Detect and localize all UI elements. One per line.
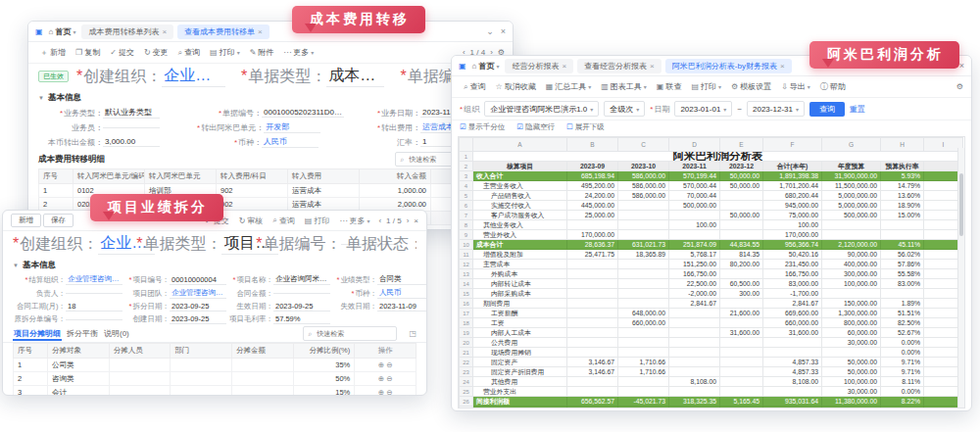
sheet-cell[interactable]: 935,031.64	[763, 397, 822, 407]
sheet-cell[interactable]: 83,000.00	[763, 279, 822, 289]
sheet-cell[interactable]	[618, 230, 669, 240]
sheet-cell[interactable]: 166,750.00	[669, 269, 720, 279]
sheet-cell[interactable]	[567, 299, 618, 309]
col-letter[interactable]: F	[763, 138, 822, 152]
col-letter[interactable]: B	[567, 138, 618, 152]
sheet-cell[interactable]: 50,000.00	[822, 358, 881, 367]
project-action-new[interactable]: 新增	[11, 214, 41, 227]
sheet-cell[interactable]	[567, 220, 618, 230]
amoeba-tool-unfavorite[interactable]: ☆取消收藏	[491, 79, 539, 94]
sheet-cell[interactable]: 166,750.00	[763, 269, 822, 279]
sheet-cell[interactable]: 60,000.00	[822, 328, 881, 338]
sheet-cell[interactable]: 14.79%	[881, 181, 924, 191]
sheet-cell[interactable]: 669,600.00	[763, 309, 822, 318]
sheet-cell[interactable]	[618, 211, 669, 220]
sheet-cell[interactable]	[720, 358, 763, 367]
col-letter[interactable]: E	[720, 138, 763, 152]
account-item[interactable]: 公共费用	[473, 338, 567, 348]
field-value[interactable]: 2023-09-25	[273, 302, 330, 312]
sheet-cell[interactable]	[567, 387, 618, 397]
sheet-cell[interactable]: -45,021.73	[618, 397, 669, 407]
sheet-cell[interactable]: 660,000.00	[763, 318, 822, 328]
sheet-cell[interactable]: 945,000.00	[763, 201, 822, 211]
sheet-cell[interactable]: 8.22%	[881, 397, 924, 407]
sheet-cell[interactable]	[822, 230, 881, 240]
field-value[interactable]: 人民币	[377, 288, 427, 299]
sheet-cell[interactable]	[822, 289, 881, 299]
field-value[interactable]: 18	[66, 302, 122, 312]
sheet-cell[interactable]	[618, 201, 669, 211]
table-row[interactable]: 3会计15%⊕ ⊖	[14, 386, 416, 397]
sheet-cell[interactable]: 50,000.00	[720, 171, 763, 181]
amoeba-tool-help[interactable]: ⓘ帮助	[816, 79, 850, 94]
field-value[interactable]: 00010000004	[170, 275, 226, 285]
sheet-cell[interactable]	[618, 299, 669, 309]
vertical-scrollbar[interactable]	[957, 148, 964, 408]
sheet-cell[interactable]: 11,500,000.00	[822, 181, 881, 191]
tab-1[interactable]: 查看成本费用转移单×	[177, 24, 270, 39]
sheet-cell[interactable]	[618, 338, 669, 348]
sheet-cell[interactable]: 5,768.17	[669, 250, 720, 260]
sheet-cell[interactable]: 300,000.00	[822, 269, 881, 279]
sheet-cell[interactable]	[763, 338, 822, 348]
sheet-cell[interactable]: 2,841.67	[763, 299, 822, 309]
cost-tool-query[interactable]: ⌕查询	[174, 45, 204, 60]
sheet-cell[interactable]	[822, 220, 881, 230]
sheet-cell[interactable]: 1.89%	[881, 299, 924, 309]
sheet-cell[interactable]: 51.51%	[881, 309, 924, 318]
sheet-cell[interactable]: -2,000.00	[669, 289, 720, 299]
sheet-cell[interactable]	[567, 328, 618, 338]
sheet-cell[interactable]: 1,710.66	[618, 367, 669, 377]
sheet-cell[interactable]	[763, 348, 822, 358]
project-tool-print[interactable]: ▤打印	[301, 214, 334, 228]
sheet-cell[interactable]	[618, 328, 669, 338]
sheet-cell[interactable]: 0.00%	[881, 348, 924, 358]
account-item[interactable]: 主营业务收入	[473, 181, 567, 191]
sheet-cell[interactable]	[720, 269, 763, 279]
sheet-cell[interactable]	[567, 269, 618, 279]
amoeba-tool-print[interactable]: ▤打印▾	[687, 79, 725, 94]
sheet-cell[interactable]	[669, 211, 720, 220]
account-item[interactable]: 间接利润额	[473, 397, 567, 407]
table-row[interactable]: 2咨询类50%⊕ ⊖	[14, 372, 416, 386]
sheet-cell[interactable]: 55.58%	[881, 269, 924, 279]
sheet-cell[interactable]: 30,000.00	[822, 387, 881, 397]
field-value[interactable]: 3,000.00	[103, 137, 160, 147]
sheet-cell[interactable]: 1,710.66	[618, 358, 669, 367]
sheet-cell[interactable]	[720, 367, 763, 377]
field-value[interactable]	[103, 127, 160, 128]
sheet-cell[interactable]: 318,325.35	[669, 397, 720, 407]
close-tab-icon[interactable]: ×	[258, 27, 263, 36]
sheet-cell[interactable]	[618, 348, 669, 358]
sheet-cell[interactable]: 49.44%	[763, 407, 822, 409]
amoeba-tool-chart-tool[interactable]: ▥图表工具▾	[597, 79, 651, 94]
sheet-cell[interactable]	[567, 377, 618, 387]
account-item[interactable]: 现场费用摊销	[473, 348, 567, 358]
sheet-cell[interactable]	[669, 318, 720, 328]
sheet-cell[interactable]: 44,834.55	[720, 240, 763, 250]
sheet-cell[interactable]: 8,108.00	[763, 377, 822, 387]
close-tab-icon[interactable]: ×	[562, 62, 566, 71]
sheet-cell[interactable]: 50,000.00	[822, 367, 881, 377]
tab-1[interactable]: 查看经营分析报表×	[577, 59, 662, 73]
sheet-cell[interactable]	[669, 367, 720, 377]
field-value[interactable]	[66, 319, 122, 320]
sheet-cell[interactable]: 50,000.00	[720, 211, 763, 220]
close-icon[interactable]: ×	[959, 61, 964, 71]
tab-1[interactable]: 拆分平衡	[66, 326, 99, 341]
sheet-cell[interactable]: 13.60%	[881, 191, 924, 201]
sheet-cell[interactable]: 5,000,000.00	[822, 201, 881, 211]
sheet-cell[interactable]: 75,000.00	[763, 211, 822, 220]
account-item[interactable]: 增值税及附加	[473, 250, 567, 260]
tab-2[interactable]: 阿米巴利润分析表-by财务报表×	[665, 59, 792, 73]
sheet-cell[interactable]: -7.68%	[618, 407, 669, 409]
sheet-cell[interactable]	[720, 387, 763, 397]
sheet-cell[interactable]	[618, 387, 669, 397]
sheet-cell[interactable]	[669, 309, 720, 318]
sheet-cell[interactable]: 57.86%	[881, 260, 924, 269]
field-value[interactable]: 企业管理咨询阿米巴演示	[66, 274, 122, 285]
close-icon[interactable]: ×	[501, 26, 506, 36]
org-select[interactable]: 企业管理咨询阿米巴演示1.0 ▾	[484, 101, 599, 117]
home-button[interactable]: ⌂ 首页 ▾	[49, 26, 76, 37]
detail-search[interactable]: ⌕	[303, 326, 397, 341]
